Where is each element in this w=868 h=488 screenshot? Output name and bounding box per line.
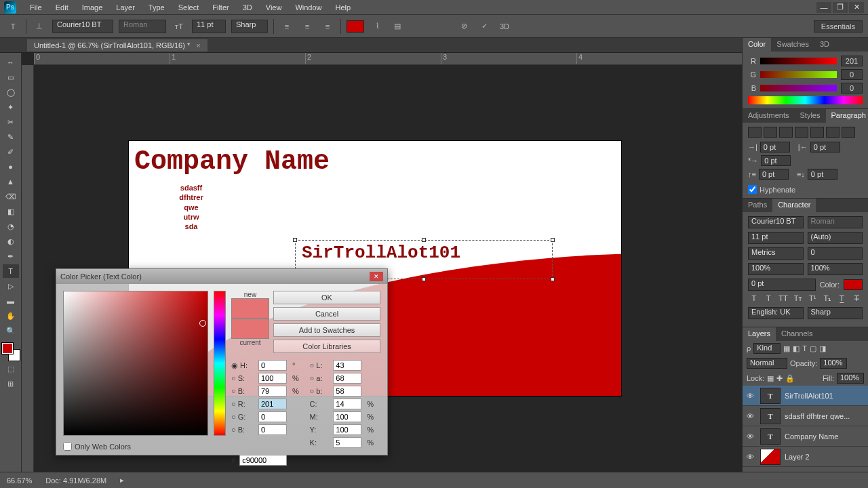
justify-right-icon[interactable] xyxy=(826,127,840,138)
color-cursor[interactable] xyxy=(199,320,206,327)
a-field[interactable] xyxy=(333,373,361,384)
c-field[interactable] xyxy=(333,399,361,409)
align-right-icon[interactable]: ≡ xyxy=(320,19,335,34)
saturation-field[interactable] xyxy=(63,291,208,436)
cancel-button[interactable]: Cancel xyxy=(273,307,380,321)
window-close-icon[interactable]: ✕ xyxy=(849,2,864,13)
h-field[interactable] xyxy=(258,360,287,371)
justify-center-icon[interactable] xyxy=(810,127,824,138)
ok-button[interactable]: OK xyxy=(273,291,380,304)
window-minimize-icon[interactable]: — xyxy=(816,2,831,13)
3d-icon[interactable]: 3D xyxy=(497,19,512,34)
transform-handle[interactable] xyxy=(551,238,555,242)
transform-handle[interactable] xyxy=(422,277,426,281)
menu-select[interactable]: Select xyxy=(172,3,206,12)
align-center-icon[interactable]: ≡ xyxy=(300,19,315,34)
blue-field[interactable] xyxy=(258,424,287,435)
b-slider[interactable] xyxy=(760,85,837,92)
justify-all-icon[interactable] xyxy=(842,127,855,138)
commit-edit-icon[interactable]: ✓ xyxy=(477,19,492,34)
blend-mode-field[interactable]: Normal xyxy=(747,358,787,369)
lock-position-icon[interactable]: ✚ xyxy=(776,374,783,383)
justify-left-icon[interactable] xyxy=(795,127,808,138)
tab-adjustments[interactable]: Adjustments xyxy=(743,109,795,123)
zoom-level[interactable]: 66.67% xyxy=(7,476,32,485)
r-value[interactable]: 201 xyxy=(841,56,863,66)
foreground-color-swatch[interactable] xyxy=(2,343,13,354)
char-tracking-field[interactable]: 0 xyxy=(808,247,863,260)
layer-row[interactable]: 👁TCompany Name xyxy=(743,426,868,447)
tab-3d[interactable]: 3D xyxy=(814,38,835,52)
zoom-tool-icon[interactable]: 🔍 xyxy=(3,324,19,338)
visibility-icon[interactable]: 👁 xyxy=(747,412,756,420)
bb-field[interactable] xyxy=(333,386,361,396)
font-style-field[interactable]: Roman xyxy=(119,20,166,33)
char-lang-field[interactable]: English: UK xyxy=(748,307,804,319)
bval-field[interactable] xyxy=(258,386,287,396)
dialog-close-icon[interactable]: ✕ xyxy=(370,272,383,281)
tab-styles[interactable]: Styles xyxy=(795,109,826,123)
path-select-icon[interactable]: ▷ xyxy=(3,279,19,293)
filter-icon[interactable]: ▦ xyxy=(783,344,790,353)
g-value[interactable]: 0 xyxy=(841,69,863,80)
move-tool-icon[interactable]: ↔ xyxy=(3,56,19,69)
quickmask-icon[interactable]: ⬚ xyxy=(3,362,19,375)
transform-handle[interactable] xyxy=(422,238,426,242)
tab-channels[interactable]: Channels xyxy=(776,327,818,341)
visibility-icon[interactable]: 👁 xyxy=(747,392,756,400)
char-aa-field[interactable]: Sharp xyxy=(808,307,863,319)
hand-tool-icon[interactable]: ✋ xyxy=(3,309,19,323)
menu-filter[interactable]: Filter xyxy=(205,3,235,12)
toggle-panels-icon[interactable]: ▤ xyxy=(390,19,405,34)
filter-icon[interactable]: ▢ xyxy=(810,344,816,353)
align-left-icon[interactable] xyxy=(748,127,762,138)
tab-character[interactable]: Character xyxy=(772,199,816,212)
color-swatches[interactable] xyxy=(2,343,20,361)
k-field[interactable] xyxy=(333,437,361,448)
web-colors-checkbox[interactable]: Only Web Colors xyxy=(63,442,131,451)
space-after-field[interactable] xyxy=(808,169,837,180)
spectrum-ramp[interactable] xyxy=(748,96,863,104)
g-field[interactable] xyxy=(258,411,287,422)
align-center-icon[interactable] xyxy=(764,127,777,138)
align-right-icon[interactable] xyxy=(779,127,793,138)
tab-layers[interactable]: Layers xyxy=(743,327,776,341)
gradient-tool-icon[interactable]: ◧ xyxy=(3,205,19,218)
type-tool-icon[interactable]: T xyxy=(3,264,19,278)
menu-layer[interactable]: Layer xyxy=(109,3,142,12)
indent-left-field[interactable] xyxy=(760,142,790,152)
menu-view[interactable]: View xyxy=(259,3,289,12)
workspace-switcher[interactable]: Essentials xyxy=(814,20,863,33)
faux-italic-icon[interactable]: T xyxy=(763,294,775,303)
subscript-icon[interactable]: T₁ xyxy=(821,294,833,303)
warp-text-icon[interactable]: ⌇ xyxy=(370,19,384,34)
pen-tool-icon[interactable]: ✒ xyxy=(3,249,19,263)
filter-icon[interactable]: T xyxy=(802,344,807,352)
transform-handle[interactable] xyxy=(551,277,555,281)
kind-filter[interactable]: Kind xyxy=(753,343,781,354)
char-font-field[interactable]: Courier10 BT xyxy=(748,216,804,228)
document-tab[interactable]: Untitled-1 @ 66.7% (SirTrollAlot101, RGB… xyxy=(27,39,208,52)
tab-color[interactable]: Color xyxy=(743,38,771,52)
b-value[interactable]: 0 xyxy=(841,83,863,94)
indent-first-field[interactable] xyxy=(761,155,791,166)
menu-image[interactable]: Image xyxy=(75,3,110,12)
dialog-titlebar[interactable]: Color Picker (Text Color) ✕ xyxy=(56,269,387,284)
lock-pixels-icon[interactable]: ▦ xyxy=(767,374,774,383)
smallcaps-icon[interactable]: Tт xyxy=(792,294,804,303)
chevron-right-icon[interactable]: ▸ xyxy=(120,476,124,485)
shape-tool-icon[interactable]: ▬ xyxy=(3,294,19,308)
cancel-edit-icon[interactable]: ⊘ xyxy=(456,19,471,34)
r-slider[interactable] xyxy=(760,58,837,64)
visibility-icon[interactable]: 👁 xyxy=(747,432,756,441)
menu-window[interactable]: Window xyxy=(288,3,328,12)
crop-tool-icon[interactable]: ✂ xyxy=(3,115,19,129)
lasso-tool-icon[interactable]: ◯ xyxy=(3,85,19,99)
char-baseline-field[interactable]: 0 pt xyxy=(748,279,816,291)
layer-row[interactable]: 👁TSirTrollAlot101 xyxy=(743,386,868,406)
eraser-tool-icon[interactable]: ⌫ xyxy=(3,190,19,203)
font-size-field[interactable]: 11 pt xyxy=(192,20,226,33)
menu-help[interactable]: Help xyxy=(329,3,358,12)
visibility-icon[interactable]: 👁 xyxy=(747,453,756,461)
dodge-tool-icon[interactable]: ◐ xyxy=(3,235,19,248)
